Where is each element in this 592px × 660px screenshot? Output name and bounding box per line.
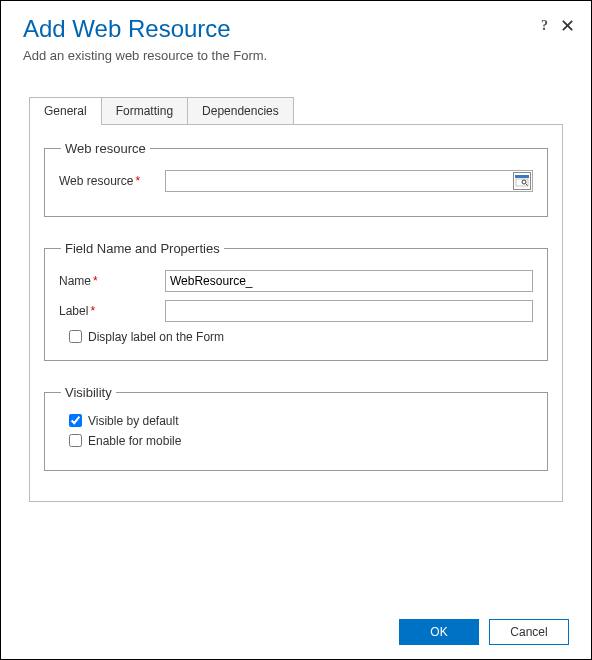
legend-visibility: Visibility	[61, 385, 116, 400]
close-icon[interactable]: ✕	[560, 17, 575, 35]
tab-panel-general: Web resource Web resource*	[29, 125, 563, 502]
dialog-subtitle: Add an existing web resource to the Form…	[23, 48, 569, 63]
required-marker: *	[135, 174, 140, 188]
section-web-resource: Web resource Web resource*	[44, 141, 548, 217]
ok-button[interactable]: OK	[399, 619, 479, 645]
label-input[interactable]	[165, 300, 533, 322]
enable-mobile-text: Enable for mobile	[88, 434, 181, 448]
tab-formatting[interactable]: Formatting	[101, 97, 188, 124]
legend-field-properties: Field Name and Properties	[61, 241, 224, 256]
display-label-text: Display label on the Form	[88, 330, 224, 344]
label-label: Label*	[59, 304, 159, 318]
legend-web-resource: Web resource	[61, 141, 150, 156]
visible-default-text: Visible by default	[88, 414, 179, 428]
svg-rect-1	[515, 175, 529, 178]
help-icon[interactable]: ?	[541, 18, 548, 34]
tab-bar: General Formatting Dependencies	[29, 97, 563, 125]
cancel-button[interactable]: Cancel	[489, 619, 569, 645]
section-visibility: Visibility Visible by default Enable for…	[44, 385, 548, 471]
web-resource-lookup-input[interactable]	[165, 170, 533, 192]
label-web-resource: Web resource*	[59, 174, 159, 188]
enable-mobile-checkbox[interactable]	[69, 434, 82, 447]
tab-general[interactable]: General	[29, 97, 102, 124]
label-name: Name*	[59, 274, 159, 288]
section-field-properties: Field Name and Properties Name* Label* D…	[44, 241, 548, 361]
visible-default-checkbox[interactable]	[69, 414, 82, 427]
required-marker: *	[93, 274, 98, 288]
required-marker: *	[90, 304, 95, 318]
lookup-icon[interactable]	[513, 172, 531, 190]
tab-dependencies[interactable]: Dependencies	[187, 97, 294, 124]
name-input[interactable]	[165, 270, 533, 292]
dialog-title: Add Web Resource	[23, 15, 569, 44]
display-label-checkbox[interactable]	[69, 330, 82, 343]
